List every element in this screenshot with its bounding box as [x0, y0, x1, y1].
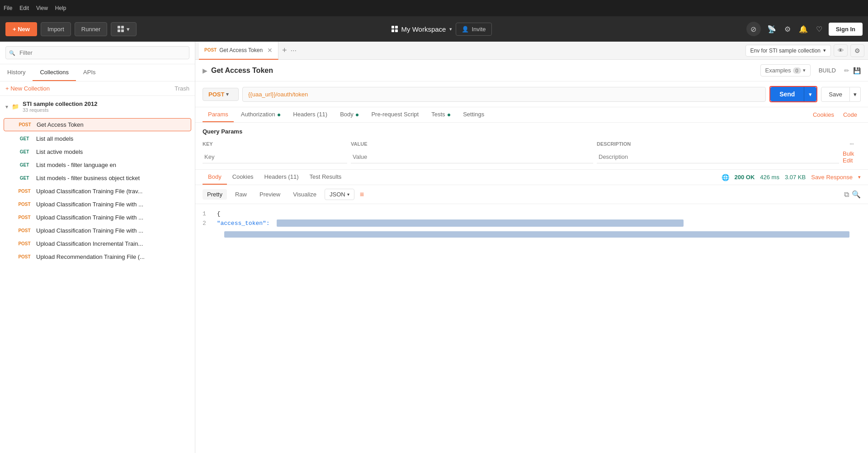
- query-params-title: Query Params: [203, 128, 861, 135]
- more-tabs-button[interactable]: ···: [291, 47, 297, 55]
- save-dropdown-button[interactable]: ▾: [850, 87, 861, 102]
- heart-icon[interactable]: ♡: [814, 23, 824, 35]
- tab-headers[interactable]: Headers (11): [288, 107, 333, 122]
- examples-label: Examples: [765, 67, 791, 74]
- send-dropdown-button[interactable]: ▾: [804, 87, 816, 101]
- access-token-key: "access_token":: [217, 220, 270, 227]
- table-row[interactable]: GET List active models: [0, 145, 195, 158]
- wrap-icon[interactable]: ≡: [360, 191, 364, 199]
- resp-tab-cookies[interactable]: Cookies: [227, 170, 259, 185]
- eye-icon[interactable]: 👁: [834, 44, 848, 57]
- request-header-right: Examples 0 ▾ BUILD ✏ 💾: [760, 64, 861, 76]
- copy-icon[interactable]: ⧉: [844, 190, 849, 199]
- build-button[interactable]: BUILD: [814, 65, 840, 76]
- cookies-link[interactable]: Cookies: [809, 108, 838, 122]
- search-input[interactable]: [5, 46, 189, 59]
- table-row[interactable]: POST Upload Recommendation Training File…: [0, 250, 195, 263]
- collection-header[interactable]: ▾ 📁 STI sample collection 2012 33 reques…: [0, 96, 195, 117]
- table-row[interactable]: POST Upload Classification Incremental T…: [0, 237, 195, 250]
- json-format-select[interactable]: JSON ▾: [325, 189, 354, 200]
- save-button[interactable]: Save: [821, 87, 850, 102]
- env-dropdown[interactable]: Env for STI sample collection ▾: [745, 45, 831, 57]
- format-preview-button[interactable]: Preview: [255, 189, 285, 200]
- tab-settings[interactable]: Settings: [458, 107, 490, 122]
- key-input[interactable]: [203, 151, 347, 163]
- main-content: POST Get Access Token ✕ + ··· Env for ST…: [195, 42, 868, 453]
- tab-apis[interactable]: APIs: [76, 64, 103, 81]
- params-more-icon[interactable]: ···: [843, 141, 861, 147]
- method-select[interactable]: POST ▾: [203, 88, 239, 101]
- format-pretty-button[interactable]: Pretty: [203, 189, 227, 200]
- method-badge: GET: [16, 162, 33, 167]
- chevron-down-icon: ▾: [347, 192, 349, 197]
- tab-params[interactable]: Params: [203, 107, 234, 122]
- table-row[interactable]: POST Get Access Token: [4, 118, 191, 131]
- method-badge: POST: [16, 202, 33, 207]
- collapse-arrow-icon[interactable]: ▶: [203, 67, 208, 74]
- settings-icon[interactable]: ⚙: [850, 44, 864, 57]
- tab-tests[interactable]: Tests: [426, 107, 456, 122]
- save-response-button[interactable]: Save Response: [811, 174, 853, 181]
- workspace-button[interactable]: My Workspace ▾: [392, 25, 453, 33]
- code-line-2: 2 "access_token":: [203, 219, 861, 229]
- gear-icon[interactable]: ⚙: [783, 23, 793, 35]
- params-table-header: KEY VALUE DESCRIPTION ···: [203, 139, 861, 148]
- chevron-down-icon[interactable]: ▾: [858, 174, 861, 180]
- table-row[interactable]: POST Upload Classification Training File…: [0, 198, 195, 211]
- description-input[interactable]: [597, 151, 839, 163]
- chevron-down-icon: ▾: [449, 26, 452, 32]
- table-row[interactable]: POST Upload Classification Training File…: [0, 211, 195, 224]
- menu-help[interactable]: Help: [55, 5, 66, 11]
- workspace-switcher-button[interactable]: ▾: [111, 22, 137, 36]
- tab-prerequest[interactable]: Pre-request Script: [366, 107, 424, 122]
- tab-body[interactable]: Body: [335, 107, 364, 122]
- table-row[interactable]: GET List all models: [0, 132, 195, 145]
- code-link[interactable]: Code: [840, 108, 861, 122]
- resp-tab-testresults[interactable]: Test Results: [304, 170, 347, 185]
- request-title: Get Access Token: [211, 67, 273, 75]
- search-icon[interactable]: 🔍: [852, 190, 861, 199]
- table-row[interactable]: GET List models - filter language en: [0, 158, 195, 172]
- active-tab[interactable]: POST Get Access Token ✕: [199, 42, 278, 60]
- import-button[interactable]: Import: [41, 22, 71, 36]
- url-input[interactable]: [242, 87, 766, 102]
- table-row[interactable]: GET List models - filter business object…: [0, 172, 195, 185]
- blurred-line-3: [224, 231, 849, 238]
- trash-button[interactable]: Trash: [175, 85, 189, 92]
- tab-history[interactable]: History: [0, 64, 33, 81]
- examples-button[interactable]: Examples 0 ▾: [760, 64, 811, 76]
- runner-button[interactable]: Runner: [75, 22, 108, 36]
- invite-button[interactable]: 👤 Invite: [456, 23, 491, 36]
- invite-label: Invite: [472, 26, 486, 33]
- new-button[interactable]: + New: [5, 22, 37, 36]
- table-row[interactable]: POST Upload Classification Training File…: [0, 185, 195, 198]
- tab-close-icon[interactable]: ✕: [267, 47, 273, 54]
- edit-icon[interactable]: ✏: [844, 67, 849, 74]
- dot-indicator: [448, 114, 450, 116]
- format-raw-button[interactable]: Raw: [231, 189, 251, 200]
- tab-collections[interactable]: Collections: [33, 64, 76, 81]
- save-icon[interactable]: 💾: [853, 67, 861, 74]
- menu-file[interactable]: File: [4, 5, 12, 11]
- table-row[interactable]: POST Upload Classification Training File…: [0, 224, 195, 237]
- format-visualize-button[interactable]: Visualize: [288, 189, 321, 200]
- send-button[interactable]: Send: [770, 87, 804, 101]
- value-input[interactable]: [351, 151, 593, 163]
- chevron-down-icon: ▾: [803, 67, 806, 73]
- description-header: DESCRIPTION: [597, 141, 839, 147]
- sync-icon[interactable]: ⊘: [746, 22, 761, 36]
- bell-icon[interactable]: 🔔: [797, 23, 810, 35]
- add-tab-button[interactable]: +: [278, 46, 291, 55]
- new-collection-button[interactable]: + New Collection: [5, 85, 50, 92]
- method-badge: GET: [16, 176, 33, 181]
- resp-tab-headers[interactable]: Headers (11): [259, 170, 304, 185]
- signin-button[interactable]: Sign In: [829, 23, 863, 36]
- bulk-edit-button[interactable]: Bulk Edit: [843, 150, 861, 164]
- menu-edit[interactable]: Edit: [19, 5, 29, 11]
- resp-tab-body[interactable]: Body: [203, 170, 227, 185]
- json-label: JSON: [330, 191, 345, 198]
- tab-authorization[interactable]: Authorization: [236, 107, 286, 122]
- menu-view[interactable]: View: [36, 5, 48, 11]
- env-label: Env for STI sample collection: [750, 48, 821, 54]
- satellite-icon[interactable]: 📡: [765, 23, 778, 35]
